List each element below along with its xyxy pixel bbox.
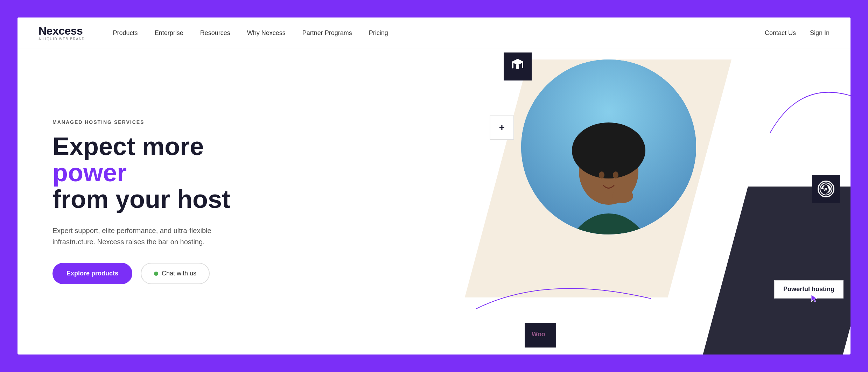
woo-badge: Woo [525, 323, 556, 348]
svg-point-6 [613, 171, 618, 178]
nav-item-products[interactable]: Products [113, 29, 138, 37]
magento-icon [510, 57, 525, 76]
wordpress-badge: W [812, 175, 840, 203]
svg-point-4 [572, 122, 645, 178]
powerful-hosting-tooltip: Powerful hosting [774, 280, 844, 299]
person-image [521, 59, 696, 234]
chat-button-label: Chat with us [162, 270, 196, 277]
nav-right: Contact Us Sign In [765, 29, 830, 37]
hero-title-line3: from your host [52, 185, 230, 213]
tooltip-text: Powerful hosting [783, 286, 834, 293]
hero-title: Expect more power from your host [52, 133, 455, 213]
plus-icon: + [499, 122, 505, 133]
woo-icon: Woo [528, 327, 553, 344]
hero-left: MANAGED HOSTING SERVICES Expect more pow… [18, 49, 476, 355]
nav-item-pricing[interactable]: Pricing [369, 29, 388, 37]
hero-image-circle [521, 59, 696, 234]
contact-us-link[interactable]: Contact Us [765, 29, 796, 37]
svg-point-5 [599, 171, 604, 178]
chat-with-us-button[interactable]: Chat with us [141, 263, 210, 284]
nav-item-enterprise[interactable]: Enterprise [155, 29, 183, 37]
nav-item-resources[interactable]: Resources [200, 29, 230, 37]
hero-buttons: Explore products Chat with us [52, 263, 455, 284]
chat-status-dot [154, 272, 158, 276]
navbar: Nexcess A LIQUID WEB BRAND Products Ente… [18, 17, 850, 49]
wordpress-icon: W [818, 181, 834, 197]
svg-text:W: W [823, 187, 827, 191]
logo-name: Nexcess [38, 25, 85, 36]
hero-description: Expert support, elite performance, and u… [52, 225, 220, 247]
nav-item-partner-programs[interactable]: Partner Programs [302, 29, 352, 37]
svg-point-7 [612, 189, 633, 203]
hero-title-line1: Expect more [52, 132, 204, 160]
plus-badge: + [490, 115, 514, 140]
magento-badge [504, 52, 532, 80]
hero-eyebrow: MANAGED HOSTING SERVICES [52, 119, 455, 125]
nav-links: Products Enterprise Resources Why Nexces… [113, 29, 765, 37]
arrow-decoration [766, 70, 850, 140]
sign-in-link[interactable]: Sign In [810, 29, 830, 37]
logo[interactable]: Nexcess A LIQUID WEB BRAND [38, 25, 85, 41]
explore-products-button[interactable]: Explore products [52, 263, 132, 284]
svg-text:Woo: Woo [532, 331, 545, 338]
cursor-icon [811, 294, 819, 306]
logo-tagline: A LIQUID WEB BRAND [38, 37, 85, 41]
dark-shape [701, 187, 850, 355]
hero-section: MANAGED HOSTING SERVICES Expect more pow… [18, 49, 850, 355]
nav-item-why-nexcess[interactable]: Why Nexcess [247, 29, 286, 37]
hero-right: + W Woo [476, 49, 850, 355]
hero-title-purple: power [52, 159, 127, 187]
curve-decoration [476, 257, 651, 327]
person-svg [521, 59, 696, 234]
